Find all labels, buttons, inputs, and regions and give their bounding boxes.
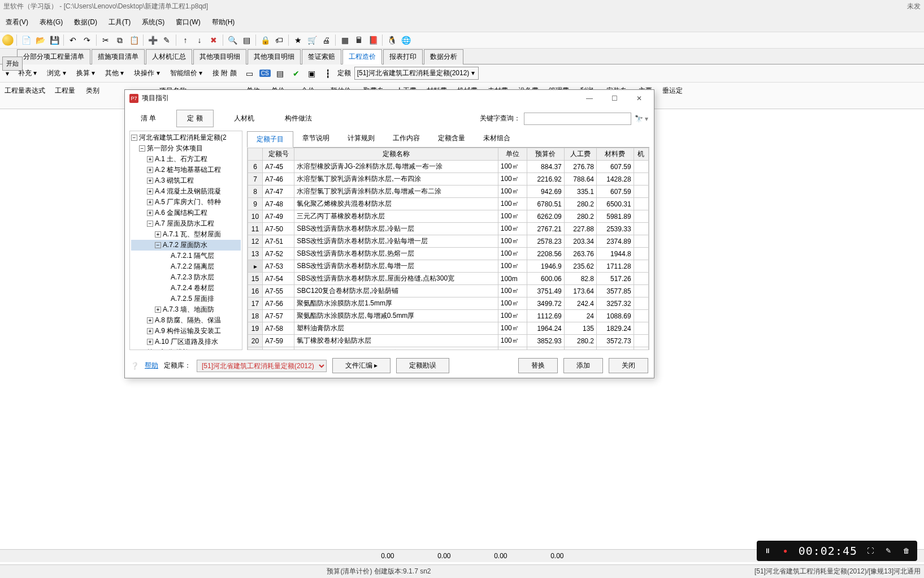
qq-icon[interactable]: 🐧 xyxy=(385,34,398,46)
open-icon[interactable]: 📂 xyxy=(34,34,46,46)
title-text: 里软件（学习版） - [C:\Users\Lenovo\Desktop\新建清单… xyxy=(3,2,208,11)
main-tab[interactable]: 其他项目明细 xyxy=(248,49,301,64)
insert-icon[interactable]: ➕ xyxy=(146,34,159,46)
dialog-project-guide: P7 项目指引 — ☐ ✕ 清 单定 额人材机构件做法 关键字查询： 🔭 ▾ −… xyxy=(124,89,654,109)
undo-icon[interactable]: ↶ xyxy=(67,34,79,46)
arrow-down-icon[interactable]: ↓ xyxy=(193,34,206,46)
dialog-title: 项目指引 xyxy=(142,93,583,103)
column-header[interactable]: 工程量表达式 xyxy=(0,85,50,106)
star-icon[interactable]: ★ xyxy=(292,34,304,46)
tab-bar: 分部分项工程量清单措施项目清单人材机汇总其他项目明细其他项目明细签证索赔工程造价… xyxy=(0,49,924,64)
new-icon[interactable]: 📄 xyxy=(20,34,32,46)
toolbar-secondary: ▾ 补充 ▾浏览 ▾换算 ▾其他 ▾块操作 ▾智能组价 ▾ 接 附 颜 ▭ CS… xyxy=(0,64,924,83)
app-orb-icon[interactable] xyxy=(2,34,14,46)
toolbar-label[interactable]: 换算 ▾ xyxy=(73,67,98,79)
dialog-titlebar[interactable]: P7 项目指引 — ☐ ✕ xyxy=(125,90,654,106)
web-icon[interactable]: 🌐 xyxy=(400,34,412,46)
main-tab[interactable]: 人材机汇总 xyxy=(146,49,192,64)
toolbar-main: 📄 📂 💾 ↶ ↷ ✂ ⧉ 📋 ➕ ✎ ↑ ↓ ✖ 🔍 ▤ 🔒 🏷 ★ 🛒 🖨 … xyxy=(0,32,924,49)
attach-label: 接 附 颜 xyxy=(209,67,240,79)
toolbar-label[interactable]: 智能组价 ▾ xyxy=(167,67,206,79)
cut-icon[interactable]: ✂ xyxy=(99,34,112,46)
toolbar-label[interactable]: 其他 ▾ xyxy=(102,67,127,79)
grid-icon[interactable]: ▦ xyxy=(339,34,351,46)
quota-select[interactable]: [51]河北省建筑工程消耗量定额(2012) ▾ xyxy=(354,67,479,80)
main-tab[interactable]: 其他项目明细 xyxy=(193,49,246,64)
tag-icon[interactable]: 🏷 xyxy=(273,34,285,46)
menu-item[interactable]: 窗口(W) xyxy=(170,15,206,29)
maximize-icon[interactable]: ☐ xyxy=(608,94,621,102)
column-header[interactable]: 垂运定 xyxy=(657,85,688,106)
dialog-tabs: 清 单定 额人材机构件做法 关键字查询： 🔭 ▾ xyxy=(125,106,654,109)
menu-item[interactable]: 表格(G) xyxy=(34,15,68,29)
redo-icon[interactable]: ↷ xyxy=(81,34,93,46)
menu-bar: 查看(V)表格(G)数据(D)工具(T)系统(S)窗口(W)帮助(H) xyxy=(0,13,924,32)
menu-item[interactable]: 帮助(H) xyxy=(206,15,241,29)
column-header[interactable]: 工程量 xyxy=(50,85,80,106)
paste-icon[interactable]: 📋 xyxy=(128,34,140,46)
row-icon[interactable]: ▭ xyxy=(244,67,256,80)
minimize-icon[interactable]: — xyxy=(583,94,596,102)
cart-icon[interactable]: 🛒 xyxy=(306,34,318,46)
print-icon[interactable]: 🖨 xyxy=(320,34,332,46)
goto-icon[interactable]: ▤ xyxy=(240,34,253,46)
main-tab[interactable]: 措施项目清单 xyxy=(92,49,145,64)
list-icon[interactable]: ▤ xyxy=(274,67,287,80)
edit-icon[interactable]: ✎ xyxy=(160,34,173,46)
bars-icon[interactable]: ┇ xyxy=(322,67,334,80)
title-right: 未发 xyxy=(907,2,921,11)
column-header[interactable]: 类别 xyxy=(80,85,105,106)
menu-item[interactable]: 系统(S) xyxy=(136,15,170,29)
plus-icon[interactable]: ▣ xyxy=(306,67,318,80)
main-tab[interactable]: 数据分析 xyxy=(424,49,463,64)
close-icon[interactable]: ✕ xyxy=(632,94,646,102)
left-tab-start[interactable]: 开始 xyxy=(2,57,23,71)
copy-icon[interactable]: ⧉ xyxy=(114,34,126,46)
save-icon[interactable]: 💾 xyxy=(48,34,60,46)
check-icon[interactable]: ✔ xyxy=(290,67,302,80)
main-tab[interactable]: 工程造价 xyxy=(342,49,382,64)
toolbar-label[interactable]: 浏览 ▾ xyxy=(44,67,69,79)
arrow-up-icon[interactable]: ↑ xyxy=(179,34,192,46)
toolbar-label[interactable]: 块操作 ▾ xyxy=(131,67,163,79)
main-tab[interactable]: 签证索赔 xyxy=(302,49,341,64)
calc-icon[interactable]: 🖩 xyxy=(353,34,365,46)
title-bar: 里软件（学习版） - [C:\Users\Lenovo\Desktop\新建清单… xyxy=(0,0,924,13)
book-icon[interactable]: 📕 xyxy=(367,34,379,46)
lock-icon[interactable]: 🔒 xyxy=(259,34,271,46)
main-tab[interactable]: 分部分项工程量清单 xyxy=(17,49,90,64)
delete-icon[interactable]: ✖ xyxy=(207,34,220,46)
menu-item[interactable]: 工具(T) xyxy=(103,15,136,29)
find-icon[interactable]: 🔍 xyxy=(226,34,238,46)
quota-label: 定额 xyxy=(337,68,351,78)
dialog-icon: P7 xyxy=(129,94,138,103)
cs-badge-icon[interactable]: CS xyxy=(259,70,271,77)
menu-item[interactable]: 数据(D) xyxy=(68,15,103,29)
menu-item[interactable]: 查看(V) xyxy=(0,15,34,29)
main-tab[interactable]: 报表打印 xyxy=(383,49,423,64)
